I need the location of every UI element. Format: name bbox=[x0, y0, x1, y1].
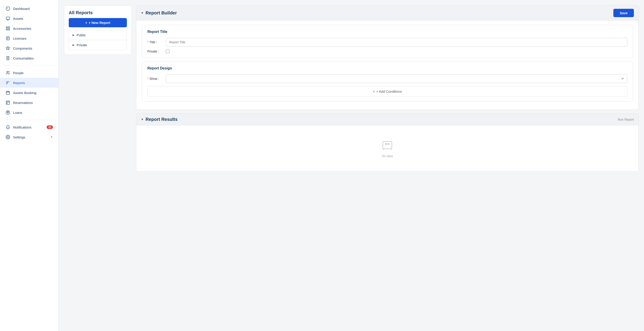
svg-rect-1 bbox=[6, 17, 10, 20]
sidebar-item-label: Loans bbox=[13, 111, 22, 115]
save-button[interactable]: Save bbox=[613, 9, 634, 17]
sidebar-item-label: Assets bbox=[13, 17, 23, 21]
people-icon bbox=[6, 70, 10, 75]
report-results-title: ▼ Report Results bbox=[141, 117, 178, 122]
assets-icon bbox=[6, 16, 10, 21]
bell-icon bbox=[6, 125, 10, 130]
sidebar-item-label: Dashboard bbox=[13, 7, 30, 11]
licenses-icon bbox=[6, 36, 10, 41]
report-results-header: ▼ Report Results Run Report bbox=[136, 114, 638, 125]
main-content: All Reports + + New Report ▶ Public ▶ Pr… bbox=[58, 0, 644, 331]
show-select[interactable] bbox=[166, 74, 627, 83]
sidebar-item-label: People bbox=[13, 71, 24, 75]
svg-point-14 bbox=[388, 143, 389, 144]
report-title-section-heading: Report Title bbox=[147, 30, 627, 34]
report-group-label: Public bbox=[76, 33, 86, 37]
report-design-heading: Report Design bbox=[147, 66, 627, 70]
sidebar-item-label: Reports bbox=[13, 81, 25, 85]
report-group-public[interactable]: ▶ Public bbox=[69, 30, 127, 40]
new-report-label: + New Report bbox=[88, 21, 110, 25]
report-group-private[interactable]: ▶ Private bbox=[69, 40, 127, 50]
reports-panel-title: All Reports bbox=[69, 10, 127, 15]
sidebar-item-consumables[interactable]: Consumables bbox=[0, 53, 58, 63]
dashboard-icon bbox=[6, 6, 10, 11]
sidebar-item-notifications[interactable]: Notifications 43 bbox=[0, 122, 58, 132]
svg-point-7 bbox=[7, 71, 8, 72]
required-star: * bbox=[147, 40, 148, 44]
right-panel: ▼ Report Builder Save Report Title * Tit… bbox=[136, 6, 638, 325]
report-results-title-text: Report Results bbox=[146, 117, 178, 122]
report-results-card: ▼ Report Results Run Report No data bbox=[136, 113, 638, 172]
reports-icon bbox=[6, 80, 10, 85]
report-builder-title: ▼ Report Builder bbox=[141, 10, 177, 16]
plus-icon: + bbox=[373, 90, 375, 93]
all-reports-panel: All Reports + + New Report ▶ Public ▶ Pr… bbox=[64, 6, 132, 55]
loans-icon bbox=[6, 110, 10, 115]
svg-rect-5 bbox=[8, 29, 10, 30]
sidebar-item-label: Assets Booking bbox=[13, 91, 36, 95]
collapse-icon[interactable]: ▼ bbox=[141, 118, 144, 121]
collapse-icon[interactable]: ▼ bbox=[141, 11, 144, 15]
svg-rect-4 bbox=[6, 29, 8, 30]
notifications-badge: 43 bbox=[47, 125, 53, 129]
sidebar-item-label: Components bbox=[13, 47, 32, 50]
sidebar-item-label: Notifications bbox=[13, 125, 32, 129]
svg-point-11 bbox=[8, 137, 8, 138]
add-conditions-button[interactable]: + + Add Conditions bbox=[147, 86, 627, 97]
sidebar-item-loans[interactable]: Loans bbox=[0, 108, 58, 118]
svg-rect-10 bbox=[6, 101, 10, 104]
sidebar-item-label: Accessories bbox=[13, 27, 31, 31]
new-report-button[interactable]: + + New Report bbox=[69, 18, 127, 27]
report-design-section: Report Design * Show : + bbox=[142, 62, 633, 102]
svg-rect-2 bbox=[6, 27, 8, 28]
sidebar-item-reservations[interactable]: Reservations bbox=[0, 98, 58, 108]
chevron-right-icon: ▶ bbox=[72, 34, 74, 37]
report-builder-body: Report Title * Title : Private : bbox=[136, 21, 638, 110]
title-form-row: * Title : bbox=[147, 38, 627, 47]
sidebar-item-licenses[interactable]: Licenses bbox=[0, 33, 58, 43]
report-title-section: Report Title * Title : Private : bbox=[142, 25, 633, 58]
sidebar-item-label: Reservations bbox=[13, 101, 33, 105]
sidebar-item-label: Consumables bbox=[13, 56, 34, 60]
sidebar-item-assets[interactable]: Assets bbox=[0, 14, 58, 24]
consumables-icon bbox=[6, 56, 10, 61]
content-area: All Reports + + New Report ▶ Public ▶ Pr… bbox=[58, 0, 644, 331]
booking-icon bbox=[6, 90, 10, 95]
report-builder-card: ▼ Report Builder Save Report Title * Tit… bbox=[136, 6, 638, 110]
show-form-row: * Show : bbox=[147, 74, 627, 83]
chevron-down-icon: ▼ bbox=[50, 136, 53, 139]
svg-point-13 bbox=[386, 143, 386, 144]
report-groups: ▶ Public ▶ Private bbox=[69, 30, 127, 50]
svg-point-8 bbox=[8, 72, 9, 72]
report-title-input[interactable] bbox=[166, 38, 627, 47]
sidebar-item-people[interactable]: People bbox=[0, 68, 58, 78]
sidebar-item-dashboard[interactable]: Dashboard bbox=[0, 4, 58, 14]
svg-rect-12 bbox=[383, 142, 392, 149]
no-data-area: No data bbox=[136, 125, 638, 171]
no-data-icon bbox=[381, 139, 394, 152]
sidebar-divider-1 bbox=[4, 65, 55, 66]
sidebar: Dashboard Assets Accessories Licenses Co… bbox=[0, 0, 58, 331]
sidebar-item-settings[interactable]: Settings ▼ bbox=[0, 132, 58, 142]
components-icon bbox=[6, 46, 10, 51]
svg-rect-3 bbox=[8, 27, 10, 28]
show-label: * Show : bbox=[147, 77, 163, 81]
required-star: * bbox=[147, 77, 148, 81]
sidebar-item-reports[interactable]: Reports bbox=[0, 78, 58, 88]
chevron-right-icon: ▶ bbox=[72, 44, 74, 47]
sidebar-item-components[interactable]: Components bbox=[0, 43, 58, 53]
sidebar-item-accessories[interactable]: Accessories bbox=[0, 24, 58, 33]
run-report-button[interactable]: Run Report bbox=[618, 118, 634, 121]
gear-icon bbox=[6, 135, 10, 140]
report-builder-header: ▼ Report Builder Save bbox=[136, 6, 638, 21]
svg-rect-9 bbox=[6, 91, 10, 94]
sidebar-item-assets-booking[interactable]: Assets Booking bbox=[0, 88, 58, 98]
private-checkbox[interactable] bbox=[166, 50, 170, 53]
report-group-label: Private bbox=[76, 43, 87, 47]
private-label: Private : bbox=[147, 50, 163, 53]
sidebar-item-label: Licenses bbox=[13, 37, 26, 40]
reservations-icon bbox=[6, 100, 10, 105]
no-data-text: No data bbox=[382, 154, 393, 158]
report-builder-title-text: Report Builder bbox=[146, 10, 177, 16]
accessories-icon bbox=[6, 26, 10, 31]
